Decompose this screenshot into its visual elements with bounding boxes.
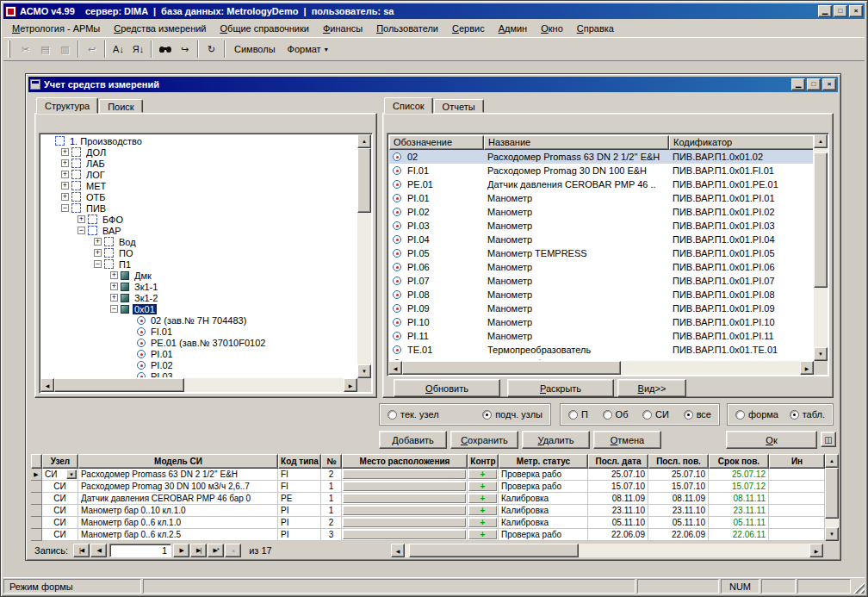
last-record-button[interactable]: ▶| xyxy=(190,544,207,557)
grid-cell-control[interactable]: + xyxy=(468,517,499,529)
row-selector[interactable]: ▶ xyxy=(31,469,42,481)
toolbar-grip[interactable] xyxy=(8,40,10,58)
scroll-track[interactable] xyxy=(405,544,809,557)
grid-cell-last-check[interactable]: 05.11.10 xyxy=(648,517,709,529)
list-row[interactable]: PI.01МанометрПИВ.ВАР.П1.0x01.PI.01 xyxy=(389,191,813,205)
grid-column-header[interactable]: Посл. пов. xyxy=(648,454,709,469)
grid-cell-type[interactable]: PI xyxy=(278,529,321,541)
sort-desc-button[interactable]: Я↓ xyxy=(128,40,148,59)
radio-option[interactable]: Об xyxy=(603,409,629,420)
tab-search[interactable]: Поиск xyxy=(99,99,142,113)
grid-cell-last-check[interactable]: 15.07.10 xyxy=(648,481,709,493)
tree-expander[interactable]: + xyxy=(61,171,69,178)
scroll-track[interactable] xyxy=(825,468,839,527)
grid-row[interactable]: СИМанометр бар 0..6 кл.1.0PI2+Калибровка… xyxy=(31,517,825,529)
grid-cell-type[interactable]: PI xyxy=(278,517,321,529)
scroll-thumb[interactable] xyxy=(825,468,839,519)
grid-cell-control[interactable]: + xyxy=(468,505,499,517)
scroll-thumb[interactable] xyxy=(814,152,828,288)
scroll-up-button[interactable]: ▲ xyxy=(814,134,828,148)
list-row[interactable]: PI.02МанометрПИВ.ВАР.П1.0x01.PI.02 xyxy=(389,205,813,219)
scroll-track[interactable] xyxy=(402,361,800,375)
record-number-field[interactable]: 1 xyxy=(109,544,171,557)
location-chip[interactable] xyxy=(343,518,466,527)
grid-column-header[interactable]: Код типа xyxy=(278,454,321,469)
location-chip[interactable] xyxy=(343,494,466,503)
scroll-thumb[interactable] xyxy=(54,378,184,392)
maximize-button[interactable]: □ xyxy=(834,5,847,17)
inner-restore-button[interactable]: □ xyxy=(807,78,821,90)
grid-row[interactable]: СИМанометр бар 0..6 кл.2.5PI3+Проверка р… xyxy=(31,529,825,541)
tree-expander[interactable]: + xyxy=(110,283,118,290)
scroll-track[interactable] xyxy=(357,148,371,364)
list-row[interactable]: PE.01Датчик давления CEROBAR PMP 46 ..ПИ… xyxy=(389,177,813,191)
menu-item[interactable]: Справка xyxy=(570,21,621,36)
grid-column-header[interactable]: Ин xyxy=(769,454,825,469)
inner-minimize-button[interactable]: ▁ xyxy=(791,78,805,90)
tree-item[interactable]: 1. Производство xyxy=(41,135,356,146)
grid-cell-type[interactable]: FI xyxy=(278,481,321,493)
grid-column-header[interactable]: Узел xyxy=(42,454,78,469)
new-record-button[interactable]: ▶* xyxy=(208,544,224,557)
list-row[interactable]: PI.11МанометрПИВ.ВАР.П1.0x01.PI.11 xyxy=(389,329,813,343)
grid-cell-last-date[interactable]: 22.06.09 xyxy=(588,529,648,541)
scroll-down-button[interactable]: ▼ xyxy=(357,364,371,378)
grid-column-header[interactable]: Место расположения xyxy=(342,454,468,469)
grid-cell-model[interactable]: Расходомер Promag 30 DN 100 м3/ч 2,6..7 xyxy=(78,481,278,493)
grid-cell-node[interactable]: СИ▼ xyxy=(42,469,78,481)
list-row[interactable]: 02Расходомер Promass 63 DN 2 1/2'' Е&НПИ… xyxy=(389,150,813,164)
delete-record-button[interactable]: × xyxy=(225,544,241,557)
grid-cell-due[interactable]: 25.07.12 xyxy=(709,469,769,481)
grid-cell-location[interactable] xyxy=(342,469,468,481)
list-row[interactable]: PI.03МанометрПИВ.ВАР.П1.0x01.PI.03 xyxy=(389,219,813,233)
tree-item[interactable]: PE.01 (зав.№ 37010F0102 xyxy=(41,337,356,348)
tree-expander[interactable]: − xyxy=(78,227,85,234)
control-flag[interactable]: + xyxy=(468,482,497,491)
tree-expander[interactable]: − xyxy=(110,305,118,313)
control-flag[interactable]: + xyxy=(468,530,497,539)
grid-column-header[interactable]: Метр. статус xyxy=(499,454,588,469)
tree-item[interactable]: +МЕТ xyxy=(41,180,356,191)
grid-cell-last-check[interactable]: 25.07.10 xyxy=(648,469,709,481)
grid-cell-num[interactable]: 1 xyxy=(321,481,342,493)
radio-option[interactable]: тек. узел xyxy=(388,409,439,420)
scroll-up-button[interactable]: ▲ xyxy=(825,454,839,468)
tree-expander[interactable]: + xyxy=(110,294,118,302)
first-record-button[interactable]: |◀ xyxy=(73,544,90,557)
grid-cell-last-check[interactable]: 22.06.09 xyxy=(648,529,709,541)
list-vscroll[interactable]: ▲▼ xyxy=(814,134,828,361)
grid-row[interactable]: ▶СИ▼Расходомер Promass 63 DN 2 1/2'' Е&Н… xyxy=(31,469,825,481)
tree-item[interactable]: +Зк1-1 xyxy=(41,281,356,292)
tree-item[interactable]: +ЛОГ xyxy=(41,169,356,180)
refresh-list-button[interactable]: Обновить xyxy=(394,379,500,397)
grid-cell-model[interactable]: Манометр бар 0..6 кл.2.5 xyxy=(78,529,278,541)
grid-vscroll[interactable]: ▲▼ xyxy=(825,454,839,541)
grid-row[interactable]: СИРасходомер Promag 30 DN 100 м3/ч 2,6..… xyxy=(31,481,825,493)
grid-column-header[interactable]: Срок пов. xyxy=(709,454,769,469)
tree-expander[interactable]: + xyxy=(94,238,102,246)
grid-cell-node[interactable]: СИ xyxy=(42,481,78,493)
grid-cell-last-date[interactable]: 08.11.09 xyxy=(588,493,648,505)
refresh-button[interactable]: ↻ xyxy=(202,40,221,59)
tree-expander[interactable]: + xyxy=(61,148,69,156)
format-button[interactable]: Формат ▾ xyxy=(282,41,334,57)
location-chip[interactable] xyxy=(343,506,466,515)
location-chip[interactable] xyxy=(343,530,466,539)
minimize-button[interactable]: ▁ xyxy=(818,5,832,17)
menu-item[interactable]: Окно xyxy=(534,21,570,36)
paste-button[interactable]: ▥ xyxy=(55,40,75,59)
radio-option[interactable]: табл. xyxy=(790,409,825,420)
grid-cell-num[interactable]: 2 xyxy=(321,517,342,529)
grid-cell-status[interactable]: Калибровка xyxy=(499,517,588,529)
grid-cell-location[interactable] xyxy=(342,517,468,529)
cancel-button[interactable]: Отмена xyxy=(593,431,661,449)
list-row[interactable]: PI.08МанометрПИВ.ВАР.П1.0x01.PI.08 xyxy=(389,288,813,302)
tree-item[interactable]: 02 (зав.№ 7Н 704483) xyxy=(41,314,356,326)
grid-row[interactable]: СИДатчик давления CEROBAR PMP 46 бар 0PE… xyxy=(31,493,825,505)
radio-option[interactable]: подч. узлы xyxy=(482,409,542,420)
resize-grip[interactable] xyxy=(852,579,865,594)
list-row[interactable]: FI.01Расходомер Promag 30 DN 100 Е&НПИВ.… xyxy=(389,164,813,177)
list-row[interactable]: PI.07МанометрПИВ.ВАР.П1.0x01.PI.07 xyxy=(389,274,813,288)
menu-item[interactable]: Средства измерений xyxy=(107,21,213,36)
row-selector[interactable] xyxy=(31,493,42,505)
